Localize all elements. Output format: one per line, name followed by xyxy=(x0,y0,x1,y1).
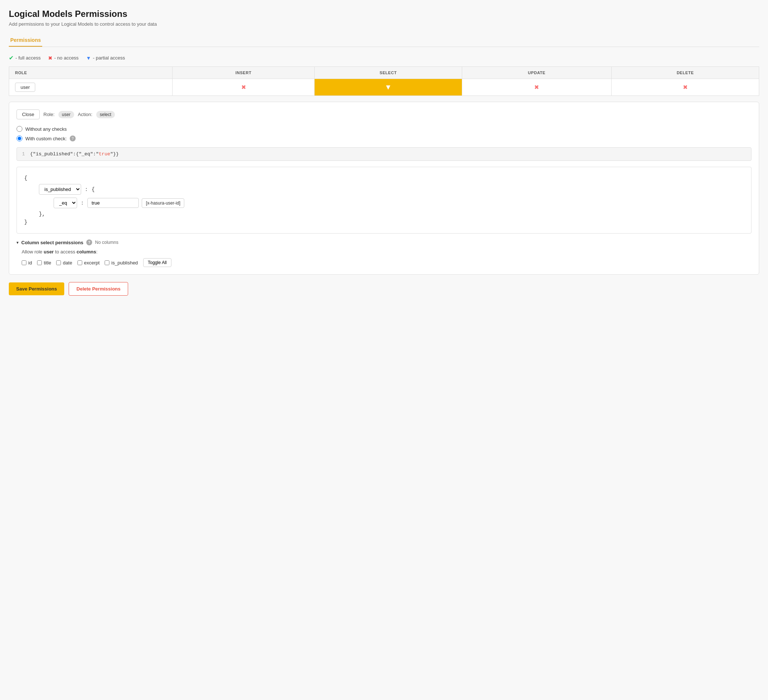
no-columns-badge: No columns xyxy=(95,240,118,245)
legend-full-access: ✔ - full access xyxy=(9,54,41,61)
qb-close-brace2: } xyxy=(24,219,27,225)
qb-close-brace1: }, xyxy=(39,211,45,217)
select-cell[interactable]: ▼ xyxy=(314,79,462,96)
checkbox-excerpt[interactable] xyxy=(77,260,82,265)
filter-icon: ▼ xyxy=(86,55,91,61)
col-excerpt-label: excerpt xyxy=(84,260,100,266)
chevron-down-icon: ▾ xyxy=(16,240,18,245)
role-prefix-label: Role: xyxy=(43,112,54,117)
qb-operator-select[interactable]: _eq xyxy=(54,198,77,208)
permissions-table: ROLE INSERT SELECT UPDATE DELETE user ✖ … xyxy=(9,66,759,96)
delete-permissions-button[interactable]: Delete Permissions xyxy=(69,282,128,296)
footer-buttons: Save Permissions Delete Permissions xyxy=(9,282,759,296)
radio-without-checks[interactable]: Without any checks xyxy=(16,126,752,132)
col-insert: INSERT xyxy=(173,67,315,79)
col-delete: DELETE xyxy=(611,67,759,79)
radio-with-custom-input[interactable] xyxy=(16,136,22,141)
col-check-date[interactable]: date xyxy=(56,260,72,266)
code-content: {"is_published":{"_eq":"true"}} xyxy=(30,151,119,157)
checkbox-date[interactable] xyxy=(56,260,61,265)
role-value-badge: user xyxy=(58,111,74,118)
cross-icon: ✖ xyxy=(48,55,53,61)
radio-without-checks-label: Without any checks xyxy=(25,127,67,132)
qb-open-brace: { xyxy=(24,175,27,181)
legend-partial-access-label: - partial access xyxy=(93,55,125,61)
role-badge[interactable]: user xyxy=(15,83,35,92)
checkbox-title[interactable] xyxy=(37,260,42,265)
col-id-label: id xyxy=(28,260,32,266)
legend-full-access-label: - full access xyxy=(15,55,41,61)
insert-cell[interactable]: ✖ xyxy=(173,79,315,96)
page-title: Logical Models Permissions xyxy=(9,9,759,19)
col-columns-strong: columns xyxy=(77,249,96,255)
col-date-label: date xyxy=(63,260,72,266)
save-permissions-button[interactable]: Save Permissions xyxy=(9,282,64,295)
qb-value-input[interactable] xyxy=(87,198,139,208)
col-update: UPDATE xyxy=(462,67,611,79)
legend-no-access: ✖ - no access xyxy=(48,55,78,61)
update-no-access-icon: ✖ xyxy=(534,84,539,90)
toggle-all-button[interactable]: Toggle All xyxy=(143,258,171,267)
radio-without-checks-input[interactable] xyxy=(16,126,22,132)
qb-colon2: : xyxy=(81,200,84,206)
help-icon[interactable]: ? xyxy=(70,136,76,141)
checkbox-is-published[interactable] xyxy=(105,260,109,265)
col-check-id[interactable]: id xyxy=(22,260,32,266)
delete-no-access-icon: ✖ xyxy=(683,84,688,90)
legend-no-access-label: - no access xyxy=(54,55,78,61)
xhasura-button[interactable]: [x-hasura-user-id] xyxy=(142,198,184,208)
column-select-section: ▾ Column select permissions ? No columns… xyxy=(16,239,752,267)
code-suffix: "}} xyxy=(110,151,118,157)
code-prefix: {"is_published":{"_eq":" xyxy=(30,151,99,157)
qb-open-brace2: { xyxy=(91,187,94,192)
qb-field-select[interactable]: is_published xyxy=(39,184,81,195)
col-checkboxes: id title date excerpt is_published Toggl… xyxy=(16,258,752,267)
code-editor: 1 {"is_published":{"_eq":"true"}} xyxy=(16,147,752,161)
qb-close-outer: } xyxy=(24,219,744,225)
delete-cell[interactable]: ✖ xyxy=(611,79,759,96)
qb-open: { xyxy=(24,175,744,181)
col-select: SELECT xyxy=(314,67,462,79)
legend-partial-access: ▼ - partial access xyxy=(86,55,125,61)
tab-permissions[interactable]: Permissions xyxy=(9,34,42,46)
role-cell: user xyxy=(9,79,173,96)
col-role-strong: user xyxy=(44,249,54,255)
col-role: ROLE xyxy=(9,67,173,79)
legend: ✔ - full access ✖ - no access ▼ - partia… xyxy=(9,54,759,61)
radio-with-custom-label: With custom check: xyxy=(25,136,67,141)
update-cell[interactable]: ✖ xyxy=(462,79,611,96)
insert-no-access-icon: ✖ xyxy=(241,84,246,90)
line-number: 1 xyxy=(22,151,25,157)
editor-header: Close Role: user Action: select xyxy=(16,109,752,119)
check-icon: ✔ xyxy=(9,54,14,61)
col-help-icon[interactable]: ? xyxy=(86,239,92,245)
radio-with-custom[interactable]: With custom check: ? xyxy=(16,136,752,141)
close-button[interactable]: Close xyxy=(16,109,40,119)
col-section-header[interactable]: ▾ Column select permissions ? No columns xyxy=(16,239,752,245)
col-check-title[interactable]: title xyxy=(37,260,51,266)
code-value: true xyxy=(99,151,110,157)
col-description: Allow role user to access columns: xyxy=(16,249,752,255)
page-subtitle: Add permissions to your Logical Models t… xyxy=(9,21,759,27)
qb-close-inner: }, xyxy=(24,211,744,217)
col-check-is-published[interactable]: is_published xyxy=(105,260,138,266)
qb-colon1: : xyxy=(85,187,88,192)
query-builder: { is_published : { _eq : [x-hasura-user-… xyxy=(16,167,752,234)
tabs-bar: Permissions xyxy=(9,34,759,47)
action-value-badge: select xyxy=(96,111,115,118)
col-check-excerpt[interactable]: excerpt xyxy=(77,260,100,266)
col-title-label: title xyxy=(44,260,51,266)
col-is-published-label: is_published xyxy=(111,260,138,266)
table-row: user ✖ ▼ ✖ ✖ xyxy=(9,79,759,96)
col-section-title: Column select permissions xyxy=(21,240,83,245)
qb-operator-row: _eq : [x-hasura-user-id] xyxy=(24,198,744,208)
select-filter-icon: ▼ xyxy=(384,83,392,91)
action-prefix-label: Action: xyxy=(78,112,93,117)
checkbox-id[interactable] xyxy=(22,260,26,265)
editor-panel: Close Role: user Action: select Without … xyxy=(9,102,759,275)
qb-field-row: is_published : { xyxy=(24,184,744,195)
radio-group: Without any checks With custom check: ? xyxy=(16,126,752,141)
